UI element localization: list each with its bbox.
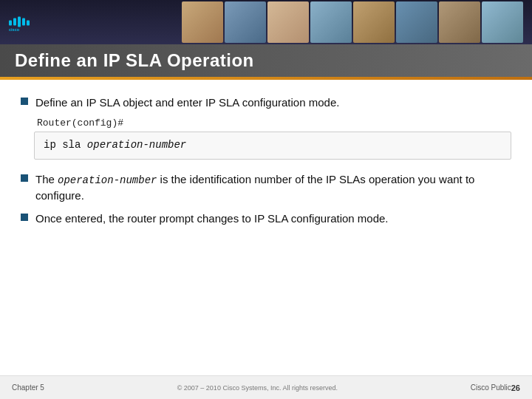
header-photo-6 — [396, 1, 437, 43]
header-photo-3 — [267, 1, 309, 43]
router-prompt: Router(config)# — [34, 117, 511, 129]
header-photo-5 — [353, 1, 395, 43]
svg-rect-4 — [27, 21, 30, 26]
code-section: Router(config)# ip sla operation-number — [34, 117, 511, 160]
bullet-icon-3 — [21, 214, 28, 221]
svg-rect-1 — [13, 18, 16, 26]
bullet-item-1: Define an IP SLA object and enter IP SLA… — [21, 95, 511, 110]
bullet-item-2: The operation-number is the identificati… — [21, 171, 511, 204]
bullet-icon-2 — [21, 174, 28, 182]
footer-page-number: 26 — [511, 383, 520, 392]
code-variable: operation-number — [87, 139, 186, 151]
footer-classification: Cisco Public — [471, 383, 511, 392]
svg-text:cisco: cisco — [9, 27, 20, 32]
header: cisco — [0, 0, 532, 44]
footer-chapter: Chapter 5 — [12, 383, 44, 392]
header-photo-4 — [310, 1, 352, 43]
svg-rect-0 — [9, 21, 12, 26]
header-image-strip — [182, 0, 523, 44]
main-content: Define an IP SLA object and enter IP SLA… — [0, 80, 532, 245]
header-photo-7 — [439, 1, 480, 43]
header-photo-2 — [225, 1, 266, 43]
bullet-item-3: Once entered, the router prompt changes … — [21, 211, 511, 226]
bullet-icon-1 — [21, 98, 28, 105]
footer-copyright: © 2007 – 2010 Cisco Systems, Inc. All ri… — [52, 384, 463, 392]
bullet2-prefix: The — [35, 173, 58, 185]
cisco-logo-icon: cisco — [9, 13, 46, 32]
bullet2-inline-code: operation-number — [58, 174, 157, 186]
page-title: Define an IP SLA Operation — [15, 50, 254, 71]
bullet-text-2: The operation-number is the identificati… — [35, 171, 511, 204]
code-keyword: ip sla — [44, 139, 81, 151]
code-box: ip sla operation-number — [34, 132, 511, 160]
header-photo-1 — [182, 1, 223, 43]
svg-rect-2 — [18, 17, 21, 27]
header-photo-8 — [482, 1, 523, 43]
footer: Chapter 5 © 2007 – 2010 Cisco Systems, I… — [0, 375, 532, 399]
title-bar: Define an IP SLA Operation — [0, 44, 532, 77]
svg-rect-3 — [22, 18, 25, 26]
bullet-text-3: Once entered, the router prompt changes … — [35, 211, 389, 226]
bullet-text-1: Define an IP SLA object and enter IP SLA… — [35, 95, 339, 110]
